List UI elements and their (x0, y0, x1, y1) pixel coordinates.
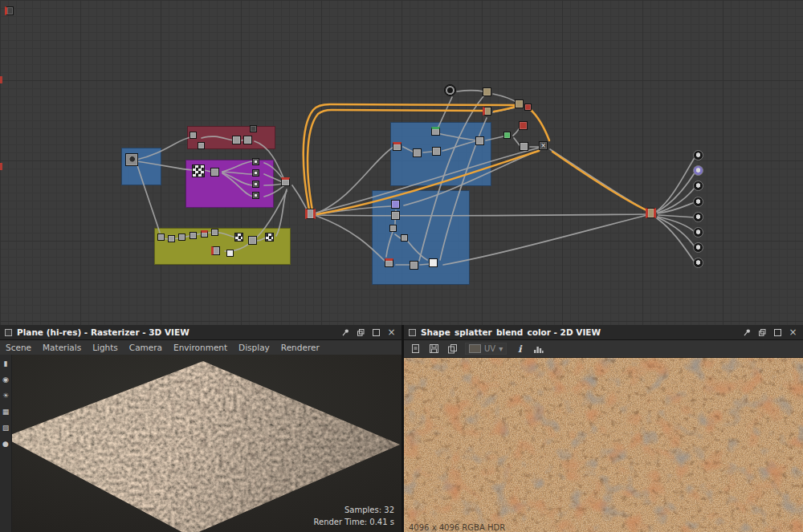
graph-node[interactable] (157, 234, 165, 241)
graph-node[interactable] (281, 177, 290, 186)
output-node[interactable] (693, 150, 703, 160)
graph-node[interactable] (226, 250, 234, 257)
uv-toggle[interactable]: UV (484, 344, 495, 353)
graph-node[interactable] (248, 236, 257, 245)
graph-node[interactable] (503, 132, 511, 139)
viewport-menubar: Scene Materials Lights Camera Environmen… (0, 340, 402, 355)
graph-node[interactable] (431, 127, 440, 136)
viewport-tool-icon[interactable]: ☀ (1, 391, 10, 400)
graph-node[interactable] (192, 164, 205, 177)
close-icon[interactable]: × (788, 327, 798, 338)
graph-node[interactable] (5, 6, 14, 15)
output-node[interactable] (693, 227, 703, 238)
graph-node[interactable] (391, 200, 400, 209)
graph-node[interactable] (252, 192, 259, 199)
graph-node[interactable] (410, 261, 418, 270)
viewport-tool-icon[interactable]: ▮ (1, 359, 10, 368)
graph-node[interactable] (232, 136, 241, 144)
graph-node[interactable] (646, 208, 656, 218)
image-info-label: 4096 x 4096 RGBA HDR (409, 523, 505, 532)
graph-node[interactable] (250, 125, 257, 132)
pin-icon[interactable] (742, 327, 752, 338)
output-node[interactable] (693, 181, 703, 191)
output-node[interactable] (693, 242, 703, 253)
maximize-icon[interactable] (772, 327, 783, 338)
panel-3d-title: Plane (hi-res) - Rasterizer - 3D VIEW (17, 327, 336, 337)
viewport-tool-icon[interactable]: ● (1, 439, 10, 449)
menu-materials[interactable]: Materials (37, 343, 87, 352)
graph-node[interactable] (519, 121, 528, 130)
graph-node[interactable] (432, 147, 441, 156)
output-node[interactable] (693, 165, 703, 176)
graph-node[interactable] (401, 234, 408, 242)
menu-display[interactable]: Display (233, 343, 275, 352)
copy-image-button[interactable] (446, 343, 458, 355)
menu-environment[interactable]: Environment (168, 343, 233, 352)
graph-node[interactable] (520, 142, 528, 151)
menu-renderer[interactable]: Renderer (275, 343, 325, 352)
viewport-tool-icon[interactable]: ▨ (1, 423, 10, 433)
graph-node[interactable] (483, 87, 491, 96)
graph-node[interactable] (0, 163, 2, 170)
graph-node[interactable] (391, 211, 400, 220)
graph-node[interactable] (234, 233, 243, 242)
graph-node[interactable] (385, 258, 393, 267)
graph-node[interactable] (393, 142, 402, 151)
graph-node[interactable] (190, 132, 197, 139)
texture-preview (404, 358, 803, 532)
graph-node[interactable] (243, 136, 252, 144)
graph-node[interactable] (475, 136, 484, 145)
graph-node[interactable] (252, 181, 259, 188)
viewport-tool-icon[interactable]: ▦ (1, 407, 10, 416)
panel-2d-titlebar[interactable]: Shape_splatter_blend_color - 2D VIEW × (404, 325, 803, 340)
graph-node[interactable] (252, 158, 259, 165)
output-node[interactable] (693, 212, 703, 222)
output-node[interactable] (693, 258, 703, 268)
background-select[interactable]: UV ▾ (465, 343, 507, 355)
render-time-label: Render Time: 0.41 s (314, 516, 394, 528)
menu-lights[interactable]: Lights (87, 343, 124, 352)
maximize-icon[interactable] (371, 327, 381, 338)
menu-scene[interactable]: Scene (0, 343, 37, 352)
graph-node[interactable] (483, 107, 491, 116)
viewport-tool-icon[interactable]: ◉ (1, 375, 10, 384)
graph-node[interactable] (201, 230, 208, 238)
graph-node[interactable] (178, 234, 185, 241)
float-window-icon[interactable] (356, 327, 366, 338)
panel-icon (5, 329, 12, 336)
graph-node[interactable] (190, 232, 197, 239)
panel-3d-titlebar[interactable]: Plane (hi-res) - Rasterizer - 3D VIEW × (0, 325, 402, 340)
panel-2d-title: Shape_splatter_blend_color - 2D VIEW (421, 327, 737, 337)
graph-node[interactable]: × (539, 141, 548, 150)
graph-node[interactable] (252, 169, 259, 177)
graph-node[interactable] (444, 84, 456, 96)
viewport-2d[interactable]: 4096 x 4096 RGBA HDR (404, 358, 803, 532)
viewport-3d[interactable]: ▮ ◉ ☀ ▦ ▨ ● Samples: 32 Render Time: 0.4… (0, 355, 402, 532)
graph-node[interactable] (125, 153, 138, 166)
save-image-button[interactable] (428, 343, 439, 355)
histogram-button[interactable] (532, 343, 544, 355)
graph-node[interactable] (265, 233, 274, 242)
graph-node[interactable] (524, 104, 532, 111)
view2d-toolbar: UV ▾ i (404, 340, 803, 358)
graph-node[interactable] (0, 76, 2, 83)
graph-node[interactable] (305, 209, 316, 219)
pin-icon[interactable] (340, 327, 351, 338)
output-node[interactable] (693, 197, 703, 207)
export-image-button[interactable] (410, 343, 421, 355)
graph-node[interactable] (515, 99, 524, 108)
graph-node[interactable] (198, 142, 205, 149)
graph-node[interactable] (389, 225, 397, 232)
graph-node[interactable] (211, 229, 218, 236)
menu-camera[interactable]: Camera (124, 343, 168, 352)
graph-node[interactable] (168, 235, 175, 242)
info-button[interactable]: i (514, 343, 525, 355)
close-icon[interactable]: × (386, 327, 397, 338)
graph-node[interactable] (413, 148, 422, 157)
float-window-icon[interactable] (757, 327, 768, 338)
graph-node[interactable] (211, 246, 220, 255)
graph-node[interactable] (210, 168, 219, 177)
chevron-down-icon: ▾ (499, 344, 503, 353)
graph-node[interactable] (429, 258, 438, 267)
node-graph-canvas[interactable]: × (0, 0, 803, 325)
